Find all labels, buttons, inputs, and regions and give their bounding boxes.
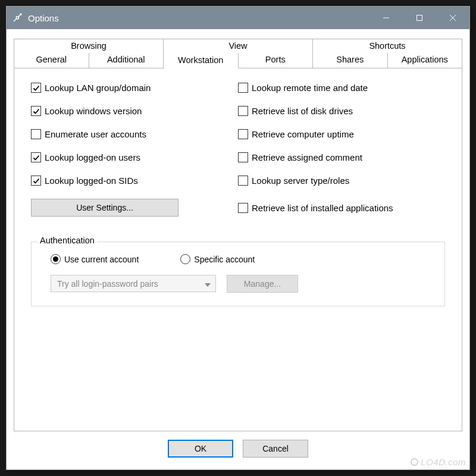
radio-specific-account[interactable]: Specific account	[180, 254, 255, 264]
button-label: User Settings...	[76, 203, 133, 212]
radio-icon	[180, 254, 190, 264]
tab-shortcuts[interactable]: Shortcuts	[312, 39, 462, 53]
checkbox-icon	[238, 203, 248, 213]
checkbox-retrieve-computer-uptime[interactable]: Retrieve computer uptime	[238, 129, 445, 139]
tab-panel-workstation: Lookup LAN group/domain Lookup remote ti…	[14, 68, 462, 431]
minimize-button[interactable]	[369, 7, 403, 29]
checkbox-label: Retrieve assigned comment	[252, 152, 362, 162]
user-settings-button[interactable]: User Settings...	[31, 199, 178, 217]
tab-label: View	[228, 41, 247, 51]
app-icon	[11, 12, 23, 24]
svg-marker-6	[205, 283, 211, 287]
button-label: Manage...	[244, 279, 281, 289]
tab-browsing[interactable]: Browsing	[14, 39, 163, 53]
maximize-button[interactable]	[403, 7, 436, 29]
dialog-footer: OK Cancel	[14, 431, 462, 464]
checkbox-icon	[31, 176, 41, 186]
checkbox-lookup-server-type-roles[interactable]: Lookup server type/roles	[238, 176, 445, 186]
tab-shares[interactable]: Shares	[312, 53, 387, 68]
group-legend: Authentication	[37, 236, 97, 245]
checkbox-icon	[31, 152, 41, 162]
checkbox-label: Lookup logged-on users	[45, 152, 140, 162]
checkbox-icon	[238, 106, 248, 116]
checkbox-retrieve-disk-drives[interactable]: Retrieve list of disk drives	[238, 106, 445, 116]
tab-applications[interactable]: Applications	[387, 53, 463, 68]
checkbox-label: Lookup remote time and date	[252, 83, 368, 93]
window-title: Options	[28, 13, 59, 23]
ok-button[interactable]: OK	[168, 440, 233, 458]
radio-use-current-account[interactable]: Use current account	[51, 254, 139, 264]
checkbox-icon	[238, 83, 248, 93]
radio-label: Use current account	[64, 255, 139, 264]
checkbox-icon	[31, 83, 41, 93]
tab-label: Additional	[107, 55, 145, 64]
checkbox-lookup-lan-group[interactable]: Lookup LAN group/domain	[31, 83, 238, 93]
tab-additional[interactable]: Additional	[89, 53, 164, 68]
authentication-group: Authentication Use current account Speci…	[31, 242, 445, 306]
tab-view[interactable]: View	[163, 39, 312, 53]
checkbox-retrieve-assigned-comment[interactable]: Retrieve assigned comment	[238, 152, 445, 162]
radio-icon	[51, 254, 61, 264]
checkbox-icon	[238, 129, 248, 139]
checkbox-lookup-logged-on-users[interactable]: Lookup logged-on users	[31, 152, 238, 162]
radio-label: Specific account	[194, 255, 255, 264]
checkbox-lookup-windows-version[interactable]: Lookup windows version	[31, 106, 238, 116]
tab-label: Workstation	[178, 55, 223, 65]
button-label: Cancel	[262, 444, 289, 453]
chevron-down-icon	[205, 279, 211, 289]
tab-workstation[interactable]: Workstation	[163, 53, 238, 69]
checkbox-lookup-logged-on-sids[interactable]: Lookup logged-on SIDs	[31, 176, 238, 186]
checkbox-label: Enumerate user accounts	[45, 129, 146, 139]
checkbox-label: Retrieve computer uptime	[252, 129, 354, 139]
tab-label: Shortcuts	[369, 41, 405, 51]
checkbox-icon	[31, 129, 41, 139]
checkbox-icon	[31, 106, 41, 116]
close-button[interactable]	[436, 7, 469, 29]
checkbox-label: Retrieve list of disk drives	[252, 106, 353, 116]
tab-label: Applications	[402, 55, 448, 64]
manage-button[interactable]: Manage...	[227, 275, 298, 293]
tab-label: Shares	[336, 55, 364, 64]
tab-general[interactable]: General	[14, 53, 89, 68]
tab-ports[interactable]: Ports	[238, 53, 313, 68]
checkbox-label: Retrieve list of installed applications	[252, 203, 393, 213]
cancel-button[interactable]: Cancel	[243, 440, 308, 458]
checkbox-label: Lookup server type/roles	[252, 176, 349, 186]
titlebar[interactable]: Options	[7, 7, 469, 29]
checkbox-icon	[238, 152, 248, 162]
checkbox-lookup-remote-time[interactable]: Lookup remote time and date	[238, 83, 445, 93]
checkbox-retrieve-installed-applications[interactable]: Retrieve list of installed applications	[238, 199, 445, 217]
tab-label: Browsing	[71, 41, 107, 51]
checkbox-label: Lookup windows version	[45, 106, 142, 116]
options-window: Options Browsing View Shortcuts General …	[6, 6, 470, 470]
button-label: OK	[195, 444, 206, 453]
options-grid: Lookup LAN group/domain Lookup remote ti…	[31, 83, 445, 217]
checkbox-label: Lookup logged-on SIDs	[45, 176, 138, 186]
checkbox-icon	[238, 176, 248, 186]
checkbox-enumerate-user-accounts[interactable]: Enumerate user accounts	[31, 129, 238, 139]
tab-label: Ports	[265, 55, 286, 64]
checkbox-label: Lookup LAN group/domain	[45, 83, 151, 93]
dropdown-value: Try all login-password pairs	[57, 279, 158, 289]
svg-rect-3	[417, 15, 422, 21]
tab-strip: Browsing View Shortcuts General Addition…	[14, 39, 462, 68]
login-pairs-dropdown[interactable]: Try all login-password pairs	[51, 275, 216, 292]
client-area: Browsing View Shortcuts General Addition…	[7, 29, 469, 469]
tab-label: General	[36, 55, 67, 64]
